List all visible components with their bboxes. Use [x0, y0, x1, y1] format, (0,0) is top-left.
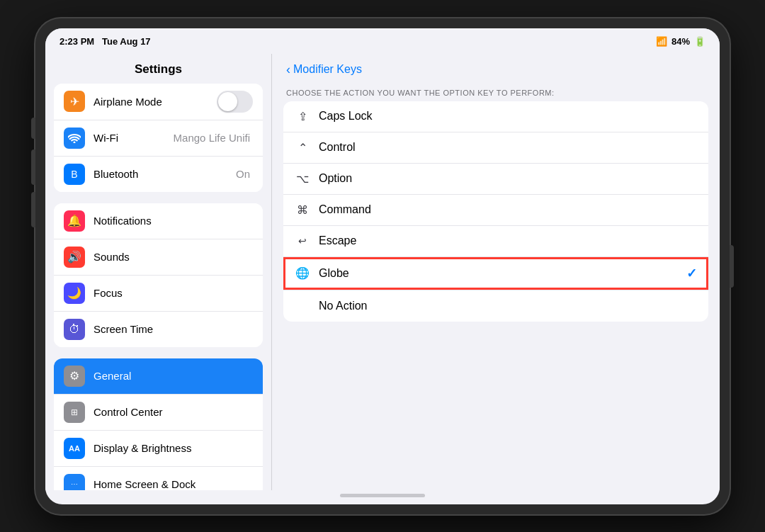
options-group: ⇪ Caps Lock ⌃ Control ⌥ Option ⌘ Command: [283, 101, 708, 322]
back-chevron-icon: ‹: [286, 62, 290, 77]
screen-time-label: Screen Time: [94, 323, 253, 335]
command-label: Command: [319, 203, 697, 216]
device-frame: 2:23 PM Tue Aug 17 📶 84% 🔋 Settings ✈ Ai…: [35, 18, 730, 514]
option-no-action[interactable]: No Action: [283, 290, 708, 322]
notifications-icon: 🔔: [64, 210, 85, 232]
sidebar-group-general: ⚙ General ⊞ Control Center AA Display & …: [54, 358, 263, 490]
toggle-knob: [218, 92, 237, 111]
control-center-icon: ⊞: [64, 402, 85, 423]
option-key-icon: ⌥: [295, 172, 310, 186]
option-label: Option: [319, 172, 697, 185]
bluetooth-icon: B: [64, 164, 85, 185]
no-action-label: No Action: [319, 300, 697, 312]
sidebar-item-airplane-mode[interactable]: ✈ Airplane Mode: [54, 84, 263, 120]
right-panel: ‹ Modifier Keys CHOOSE THE ACTION YOU WA…: [272, 54, 720, 490]
escape-label: Escape: [319, 234, 697, 247]
sidebar-item-wifi[interactable]: Wi-Fi Mango Life Unifi: [54, 120, 263, 157]
globe-checkmark: ✓: [686, 266, 697, 281]
wifi-value: Mango Life Unifi: [174, 132, 250, 144]
general-icon: ⚙: [64, 366, 85, 387]
control-label: Control: [319, 141, 697, 154]
sidebar-item-notifications[interactable]: 🔔 Notifications: [54, 203, 263, 239]
focus-icon: 🌙: [64, 283, 85, 304]
sidebar-item-bluetooth[interactable]: B Bluetooth On: [54, 157, 263, 192]
nav-bar: ‹ Modifier Keys: [272, 54, 720, 83]
wifi-label: Wi-Fi: [94, 132, 174, 144]
display-brightness-icon: AA: [64, 438, 85, 459]
status-bar: 2:23 PM Tue Aug 17 📶 84% 🔋: [45, 28, 720, 54]
option-escape[interactable]: ↩ Escape: [283, 226, 708, 257]
back-button[interactable]: ‹ Modifier Keys: [286, 62, 362, 77]
back-label: Modifier Keys: [293, 63, 362, 76]
sidebar-item-general[interactable]: ⚙ General: [54, 358, 263, 395]
bluetooth-label: Bluetooth: [94, 168, 236, 180]
battery-icon: 🔋: [694, 36, 706, 47]
airplane-mode-label: Airplane Mode: [94, 96, 217, 108]
main-content: Settings ✈ Airplane Mode: [45, 54, 720, 490]
sidebar-item-control-center[interactable]: ⊞ Control Center: [54, 395, 263, 431]
home-indicator: [45, 490, 720, 504]
sounds-icon: 🔊: [64, 247, 85, 268]
bluetooth-value: On: [236, 168, 250, 180]
home-bar: [340, 494, 425, 497]
sidebar-item-screen-time[interactable]: ⏱ Screen Time: [54, 312, 263, 347]
control-icon: ⌃: [295, 141, 310, 154]
wifi-icon: 📶: [656, 36, 667, 47]
volume-down-button[interactable]: [31, 192, 35, 227]
option-caps-lock[interactable]: ⇪ Caps Lock: [283, 101, 708, 132]
airplane-mode-icon: ✈: [64, 91, 85, 112]
sounds-label: Sounds: [94, 251, 253, 263]
globe-icon: 🌐: [295, 266, 310, 280]
control-center-label: Control Center: [94, 406, 253, 418]
mute-button[interactable]: [31, 118, 35, 139]
general-label: General: [94, 370, 253, 382]
status-right-icons: 📶 84% 🔋: [656, 36, 706, 47]
caps-lock-label: Caps Lock: [319, 110, 697, 123]
battery-percent: 84%: [672, 36, 690, 47]
caps-lock-icon: ⇪: [295, 110, 310, 123]
globe-label: Globe: [319, 267, 686, 280]
volume-up-button[interactable]: [31, 149, 35, 185]
sidebar-item-display-brightness[interactable]: AA Display & Brightness: [54, 431, 263, 467]
sidebar-group-connectivity: ✈ Airplane Mode Wi-Fi Mango: [54, 84, 263, 192]
home-screen-dock-label: Home Screen & Dock: [94, 478, 253, 490]
sidebar-item-sounds[interactable]: 🔊 Sounds: [54, 239, 263, 276]
escape-icon: ↩: [295, 235, 310, 247]
wifi-icon: [64, 128, 85, 149]
notifications-label: Notifications: [94, 215, 253, 227]
option-globe[interactable]: 🌐 Globe ✓: [283, 257, 708, 290]
option-control[interactable]: ⌃ Control: [283, 132, 708, 164]
power-button[interactable]: [730, 245, 734, 288]
sidebar: Settings ✈ Airplane Mode: [45, 54, 272, 490]
section-header: CHOOSE THE ACTION YOU WANT THE OPTION KE…: [272, 83, 720, 101]
sidebar-title: Settings: [45, 54, 271, 84]
command-icon: ⌘: [295, 203, 310, 217]
screen-time-icon: ⏱: [64, 319, 85, 340]
screen: 2:23 PM Tue Aug 17 📶 84% 🔋 Settings ✈ Ai…: [45, 28, 720, 504]
home-screen-dock-icon: ⋯: [64, 474, 85, 490]
option-command[interactable]: ⌘ Command: [283, 195, 708, 226]
display-brightness-label: Display & Brightness: [94, 442, 253, 454]
sidebar-group-system: 🔔 Notifications 🔊 Sounds 🌙 Focus ⏱ Scree…: [54, 203, 263, 347]
focus-label: Focus: [94, 287, 253, 299]
sidebar-item-home-screen-dock[interactable]: ⋯ Home Screen & Dock: [54, 467, 263, 490]
option-option[interactable]: ⌥ Option: [283, 164, 708, 195]
status-time: 2:23 PM Tue Aug 17: [60, 36, 151, 47]
sidebar-item-focus[interactable]: 🌙 Focus: [54, 276, 263, 312]
airplane-mode-toggle[interactable]: [217, 91, 253, 113]
